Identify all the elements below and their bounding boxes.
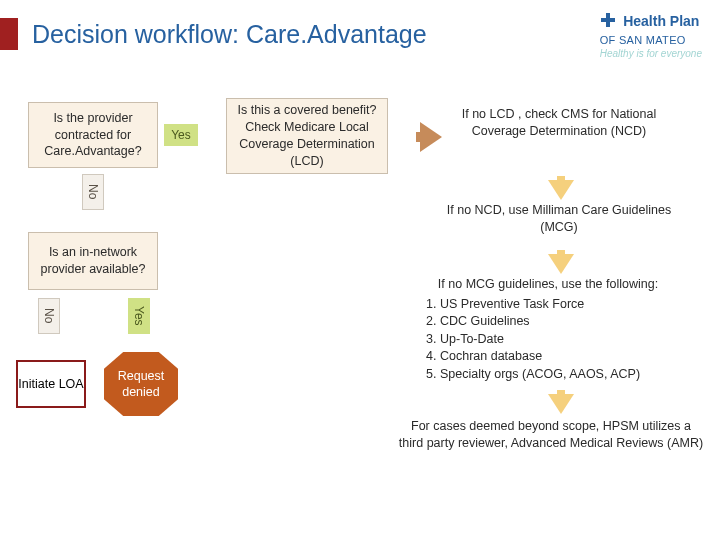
node-mcg-fallback-list: If no MCG guidelines, use the following:… [392,276,704,383]
node-provider-contracted: Is the provider contracted for Care.Adva… [28,102,158,168]
page-title: Decision workflow: Care.Advantage [32,20,427,49]
node-check-cms-ncd: If no LCD , check CMS for National Cover… [454,106,664,140]
logo-line1: Health Plan [623,13,699,29]
edge-no-label-2: No [38,298,60,334]
list-item: Specialty orgs (ACOG, AAOS, ACP) [440,366,704,384]
list-item: CDC Guidelines [440,313,704,331]
logo-icon [600,12,616,31]
node-request-denied: Request denied [104,352,178,416]
mcg-fallback-header: If no MCG guidelines, use the following: [392,276,704,294]
flowchart-canvas: Is the provider contracted for Care.Adva… [0,60,720,540]
arrow-down-icon-2 [548,254,574,274]
logo-tagline: Healthy is for everyone [600,49,702,59]
node-initiate-loa: Initiate LOA [16,360,86,408]
logo-line2: OF SAN MATEO [600,34,686,46]
arrow-down-icon-3 [548,394,574,414]
list-item: Up-To-Date [440,331,704,349]
arrow-down-icon-1 [548,180,574,200]
edge-no-label-1: No [82,174,104,210]
node-covered-benefit-lcd: Is this a covered benefit? Check Medicar… [226,98,388,174]
svg-rect-1 [601,18,615,22]
mcg-fallback-items: US Preventive Task Force CDC Guidelines … [440,296,704,384]
edge-yes-label-1: Yes [164,124,198,146]
node-third-party-amr: For cases deemed beyond scope, HPSM util… [398,418,704,452]
edge-yes-label-2: Yes [128,298,150,334]
accent-block [0,18,18,50]
arrow-right-icon [420,122,442,152]
list-item: US Preventive Task Force [440,296,704,314]
node-in-network-provider: Is an in-network provider available? [28,232,158,290]
brand-logo: Health Plan OF SAN MATEO Healthy is for … [600,12,702,59]
node-milliman-mcg: If no NCD, use Milliman Care Guidelines … [434,202,684,236]
list-item: Cochran database [440,348,704,366]
